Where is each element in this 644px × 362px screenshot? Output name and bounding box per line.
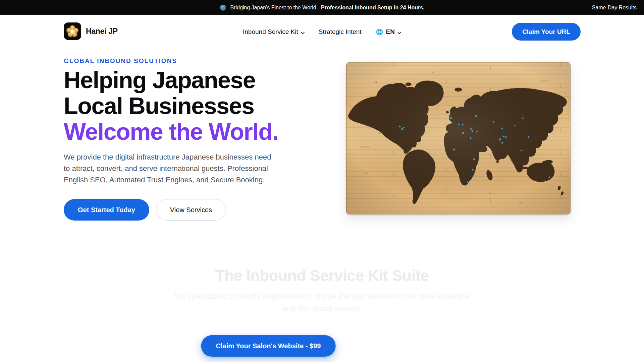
- get-started-button[interactable]: Get Started Today: [64, 199, 149, 221]
- hanei-logo-icon: [64, 22, 81, 40]
- chevron-down-icon: [301, 28, 305, 36]
- language-code: EN: [386, 28, 395, 36]
- claim-salon-website-button[interactable]: Claim Your Salon's Website - $99: [201, 335, 336, 357]
- language-selector[interactable]: EN: [376, 28, 401, 36]
- suite-title: The Inbound Service Kit Suite: [0, 267, 644, 284]
- announcement-banner: Bridging Japan's Finest to the World. Pr…: [0, 0, 644, 15]
- site-header: Hanei JP Inbound Service Kit Strategic I…: [0, 15, 644, 49]
- hero-section: GLOBAL INBOUND SOLUTIONS Helping Japanes…: [64, 57, 325, 221]
- hero-description: We provide the digital infrastructure Ja…: [64, 152, 325, 186]
- banner-message-bold: Professional Inbound Setup in 24 Hours.: [321, 5, 424, 11]
- language-globe-icon: [376, 28, 383, 36]
- banner-right-text: Same-Day Results: [592, 0, 637, 15]
- main-nav: Inbound Service Kit Strategic Intent: [243, 15, 401, 49]
- hero-eyebrow: GLOBAL INBOUND SOLUTIONS: [64, 57, 325, 65]
- hero-title-line1: Helping Japanese: [64, 67, 325, 93]
- banner-message: Bridging Japan's Finest to the World.: [230, 5, 318, 11]
- nav-inbound-service-kit-label: Inbound Service Kit: [243, 28, 298, 36]
- chevron-down-icon: [397, 28, 401, 36]
- suite-subtitle-line: Six specialized products engineered to b…: [0, 290, 644, 302]
- hero-title: Helping Japanese Local Businesses Welcom…: [64, 67, 325, 145]
- suite-subtitle: Six specialized products engineered to b…: [0, 290, 644, 314]
- brand-home-link[interactable]: Hanei JP: [64, 22, 118, 40]
- globe-emoji-icon: [219, 4, 227, 11]
- hero-description-line: to attract, convert, and serve internati…: [64, 163, 325, 174]
- suite-section: The Inbound Service Kit Suite Six specia…: [0, 267, 644, 314]
- hero-cta-row: Get Started Today View Services: [64, 199, 325, 221]
- hero-description-line: We provide the digital infrastructure Ja…: [64, 152, 325, 163]
- hero-description-line: English SEO, Automated Trust Engines, an…: [64, 174, 325, 186]
- brand-name: Hanei JP: [86, 27, 118, 36]
- hero-title-line2: Local Businesses: [64, 93, 325, 119]
- nav-inbound-service-kit[interactable]: Inbound Service Kit: [243, 28, 305, 36]
- nav-strategic-intent[interactable]: Strategic Intent: [319, 28, 362, 36]
- claim-url-button[interactable]: Claim Your URL: [512, 23, 581, 41]
- wooden-world-map-image: [346, 62, 571, 215]
- view-services-button[interactable]: View Services: [156, 199, 226, 221]
- nav-strategic-intent-label: Strategic Intent: [319, 28, 362, 36]
- hero-title-line3: Welcome the World.: [64, 119, 325, 145]
- suite-subtitle-line: and the global market.: [0, 302, 644, 314]
